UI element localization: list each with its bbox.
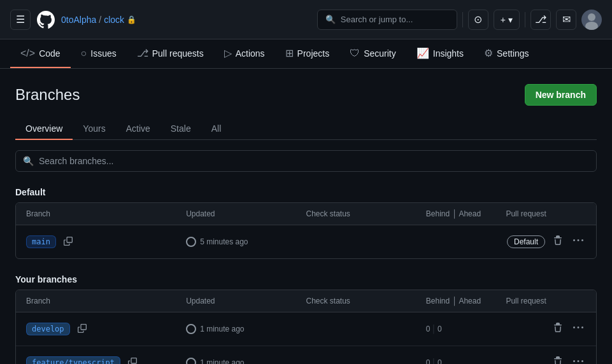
branch-name-cell-feature: feature/typescript <box>26 356 186 365</box>
tab-all[interactable]: All <box>201 118 232 140</box>
nav-item-issues[interactable]: ○ Issues <box>71 40 127 68</box>
search-placeholder: Search or jump to... <box>341 15 413 24</box>
nav-item-pullrequests[interactable]: ⎇ Pull requests <box>127 39 214 68</box>
code-icon: </> <box>20 48 35 59</box>
branch-name-tag-feature[interactable]: feature/typescript <box>26 356 120 364</box>
nav-label-issues: Issues <box>90 48 116 59</box>
col-check-status: Check status <box>306 209 426 218</box>
col-pull-request-2: Pull request <box>506 297 586 305</box>
more-options-feature-button[interactable] <box>571 354 586 364</box>
pull-request-cell: Default <box>506 233 586 251</box>
copy-develop-button[interactable] <box>75 323 89 336</box>
page-title: Branches <box>15 86 80 104</box>
nav-item-settings[interactable]: ⚙ Settings <box>474 39 539 68</box>
behind-ahead-divider-2: │ <box>432 358 437 364</box>
pullrequest-icon: ⎇ <box>137 47 148 59</box>
col-behind-ahead: Behind │ Ahead <box>426 209 506 218</box>
col-behind: Behind <box>426 209 450 218</box>
nav-label-projects: Projects <box>297 48 330 59</box>
tab-yours[interactable]: Yours <box>73 118 115 140</box>
col-branch: Branch <box>26 209 186 218</box>
copilot-icon: ⊙ <box>474 13 482 25</box>
security-icon: 🛡 <box>350 48 360 59</box>
repo-navigation: </> Code ○ Issues ⎇ Pull requests ▷ Acti… <box>0 39 612 69</box>
nav-item-insights[interactable]: 📈 Insights <box>406 39 474 68</box>
updated-cell: 5 minutes ago <box>186 237 306 247</box>
col-ahead-2: │ Ahead <box>452 297 481 305</box>
branch-search-container: 🔍 <box>15 150 597 172</box>
delete-develop-button[interactable] <box>550 320 566 338</box>
col-behind-2: Behind <box>426 297 450 305</box>
col-pull-request: Pull request <box>506 209 586 218</box>
default-branches-table: Branch Updated Check status Behind │ Ahe… <box>15 202 597 259</box>
updated-cell-develop: 1 minute ago <box>186 324 306 334</box>
behind-value-feature: 0 <box>426 358 431 364</box>
org-link[interactable]: 0toAlpha <box>61 15 96 25</box>
more-options-button[interactable] <box>571 233 586 251</box>
nav-item-code[interactable]: </> Code <box>10 40 71 68</box>
updated-time-develop: 1 minute ago <box>200 325 244 333</box>
delete-branch-button[interactable] <box>550 233 566 251</box>
new-branch-button[interactable]: New branch <box>525 84 597 106</box>
branch-name-tag-develop[interactable]: develop <box>26 323 70 335</box>
pull-request-cell-feature <box>506 354 586 364</box>
status-circle-icon <box>186 237 196 247</box>
nav-label-security: Security <box>364 48 396 59</box>
create-button[interactable]: + ▾ <box>494 10 520 30</box>
branch-name-tag[interactable]: main <box>26 235 56 248</box>
branch-filter-tabs: Overview Yours Active Stale All <box>15 118 597 140</box>
ahead-value-feature: 0 <box>438 358 442 364</box>
nav-item-actions[interactable]: ▷ Actions <box>214 39 275 68</box>
pull-request-icon: ⎇ <box>535 13 546 25</box>
repo-name[interactable]: clock <box>104 15 124 25</box>
nav-item-security[interactable]: 🛡 Security <box>339 40 406 68</box>
delete-feature-button[interactable] <box>550 354 566 364</box>
plus-icon: + <box>501 15 506 25</box>
updated-cell-feature: 1 minute ago <box>186 358 306 364</box>
table-row: develop 1 minute ago 0 │ 0 <box>16 312 596 346</box>
col-updated-2: Updated <box>186 297 306 305</box>
col-behind-ahead-2: Behind │ Ahead <box>426 297 506 305</box>
default-table-header: Branch Updated Check status Behind │ Ahe… <box>16 203 596 225</box>
global-search-button[interactable]: 🔍 Search or jump to... <box>317 10 457 30</box>
nav-right: 🔍 Search or jump to... ⊙ + ▾ ⎇ ✉ <box>317 10 602 30</box>
more-options-develop-button[interactable] <box>571 320 586 338</box>
breadcrumb-separator: / <box>99 15 101 25</box>
copy-branch-button[interactable] <box>61 235 75 249</box>
inbox-button[interactable]: ✉ <box>556 10 576 30</box>
issues-icon: ○ <box>81 48 87 59</box>
behind-value-develop: 0 <box>426 325 431 333</box>
copilot-button[interactable]: ⊙ <box>468 10 488 30</box>
tab-overview[interactable]: Overview <box>15 118 73 140</box>
tab-active[interactable]: Active <box>116 118 160 140</box>
col-check-status-2: Check status <box>306 297 426 305</box>
avatar[interactable] <box>581 10 602 30</box>
nav-label-insights: Insights <box>433 48 464 59</box>
status-circle-icon-develop <box>186 324 196 334</box>
default-section-label: Default <box>15 187 597 197</box>
your-branches-table: Branch Updated Check status Behind │ Ahe… <box>15 290 597 364</box>
updated-time-feature: 1 minute ago <box>200 358 244 364</box>
col-branch-2: Branch <box>26 297 186 305</box>
updated-time: 5 minutes ago <box>200 237 248 246</box>
search-icon: 🔍 <box>325 15 336 24</box>
your-branches-section-label: Your branches <box>15 274 597 284</box>
pull-request-icon-button[interactable]: ⎇ <box>530 10 551 30</box>
hamburger-button[interactable]: ☰ <box>10 10 31 30</box>
nav-label-settings: Settings <box>497 48 529 59</box>
projects-icon: ⊞ <box>285 47 294 59</box>
nav-divider <box>462 12 463 27</box>
nav-divider-2 <box>525 12 525 27</box>
nav-label-pullrequests: Pull requests <box>152 48 204 59</box>
copy-feature-button[interactable] <box>125 356 139 365</box>
nav-left: ☰ 0toAlpha / clock 🔒 <box>10 10 310 30</box>
repo-breadcrumb: 0toAlpha / clock 🔒 <box>61 15 136 25</box>
github-logo[interactable] <box>36 10 56 30</box>
nav-label-actions: Actions <box>236 48 265 59</box>
branch-search-input[interactable] <box>15 150 597 172</box>
svg-point-0 <box>588 13 595 21</box>
tab-stale[interactable]: Stale <box>160 118 201 140</box>
nav-item-projects[interactable]: ⊞ Projects <box>275 39 340 68</box>
branches-header: Branches New branch <box>15 84 597 106</box>
col-updated: Updated <box>186 209 306 218</box>
